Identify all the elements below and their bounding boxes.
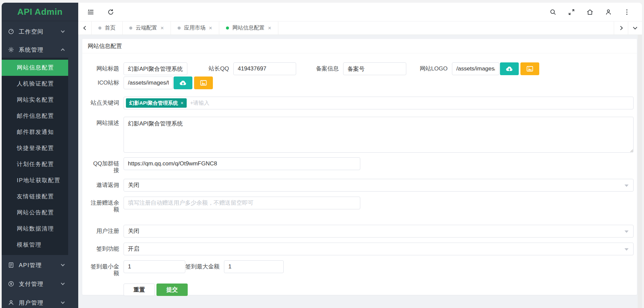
more-icon[interactable]: [623, 8, 631, 16]
document-icon: [8, 262, 14, 268]
content-area: 网站信息配置 网站标题 站长QQ 备案信息 网站LOGO: [78, 35, 642, 308]
home-icon[interactable]: [586, 8, 594, 16]
description-label: 网站描述: [89, 117, 119, 126]
sidebar-item-ip-config[interactable]: IP地址获取配置: [2, 172, 68, 189]
tab-dot-active: [226, 27, 229, 30]
sidebar-submenu-system: 网站信息配置 人机验证配置 网站实名配置 邮件信息配置 邮件群发通知 快捷登录配…: [2, 58, 68, 255]
page-title: 网站信息配置: [82, 39, 637, 53]
sidebar-item-label: 系统管理: [19, 46, 61, 54]
chevron-down-icon: [61, 300, 64, 304]
close-icon[interactable]: ×: [209, 25, 212, 31]
tag-close-icon[interactable]: ×: [181, 100, 183, 106]
logo-preview-button[interactable]: [520, 62, 539, 75]
form-actions: 重置 提交: [124, 284, 637, 296]
tabs-scroll-right-button[interactable]: [614, 21, 628, 35]
site-info-form: 网站标题 站长QQ 备案信息 网站LOGO: [82, 53, 637, 296]
ico-upload-button[interactable]: [174, 76, 192, 89]
user-icon[interactable]: [605, 8, 612, 16]
tab-label: 网站信息配置: [232, 24, 265, 32]
description-textarea[interactable]: 幻影API聚合管理系统: [124, 117, 634, 153]
sign-max-input[interactable]: [224, 260, 284, 273]
user-register-select[interactable]: 关闭: [124, 225, 634, 238]
keywords-input[interactable]: 幻影API聚合管理系统 × +请输入: [124, 97, 634, 109]
sidebar-item-label: 用户管理: [19, 299, 61, 307]
sidebar-item-template-mgmt[interactable]: 模板管理: [2, 237, 68, 253]
sidebar-item-pay[interactable]: 支付管理: [2, 276, 68, 292]
keywords-label: 站点关键词: [89, 97, 119, 106]
sidebar-item-site-info-config[interactable]: 网站信息配置: [2, 60, 68, 76]
sidebar-item-mail-config[interactable]: 邮件信息配置: [2, 108, 68, 124]
logo-upload-button[interactable]: [500, 62, 519, 75]
collapse-menu-icon[interactable]: [87, 8, 94, 16]
qq-label: 站长QQ: [187, 62, 229, 72]
close-icon[interactable]: ×: [160, 25, 164, 31]
image-icon: [199, 79, 208, 87]
sign-in-label: 签到功能: [89, 243, 119, 252]
form-row-qq-group: QQ加群链接: [89, 157, 637, 174]
sidebar-item-system[interactable]: 系统管理: [2, 42, 68, 58]
caret-down-icon: [625, 248, 629, 251]
top-header: [78, 3, 642, 21]
sign-in-select[interactable]: 开启: [124, 243, 634, 255]
form-row-keywords: 站点关键词 幻影API聚合管理系统 × +请输入: [89, 97, 637, 109]
tab-label: 应用市场: [184, 24, 205, 32]
caret-down-icon: [625, 185, 629, 187]
beian-input[interactable]: [343, 62, 406, 75]
app-logo: API Admin: [2, 3, 78, 21]
refresh-icon[interactable]: [107, 8, 114, 16]
site-title-input[interactable]: [124, 62, 187, 75]
upload-cloud-icon: [179, 79, 187, 87]
chevron-up-icon: [61, 48, 64, 52]
chevron-down-icon: [61, 29, 64, 33]
tab-dot: [98, 27, 101, 30]
qq-group-label: QQ加群链接: [89, 157, 119, 174]
sidebar-item-captcha-config[interactable]: 人机验证配置: [2, 76, 68, 92]
sidebar-item-data-cleanup[interactable]: 网站数据清理: [2, 221, 68, 237]
form-row-sign-amounts: 签到最小金额 签到最大金额: [89, 260, 637, 277]
scrollbar[interactable]: [638, 35, 642, 308]
invite-rebate-label: 邀请返佣: [89, 179, 119, 189]
tab-label: 云端配置: [136, 24, 157, 32]
ico-label: ICO站标: [89, 76, 119, 86]
sidebar-item-realname-config[interactable]: 网站实名配置: [2, 92, 68, 108]
sidebar-item-quick-login[interactable]: 快捷登录配置: [2, 140, 68, 156]
sidebar-item-friend-links[interactable]: 友情链接配置: [2, 189, 68, 205]
chevron-left-icon: [83, 26, 88, 30]
header-left-actions: [87, 8, 114, 16]
tabs-scroll-left-button[interactable]: [78, 21, 92, 35]
select-value: 开启: [128, 246, 139, 252]
upload-cloud-icon: [505, 64, 514, 73]
form-row-ico: ICO站标: [89, 76, 637, 89]
form-row-sign-in: 签到功能 开启: [89, 243, 637, 255]
reset-button[interactable]: 重置: [124, 284, 155, 296]
search-icon[interactable]: [549, 8, 557, 16]
register-gift-input[interactable]: [124, 197, 360, 209]
form-row-invite-rebate: 邀请返佣 关闭: [89, 179, 637, 192]
sidebar-item-workspace[interactable]: 工作空间: [2, 23, 68, 40]
tabs-menu-button[interactable]: [628, 21, 642, 35]
screen: API Admin 工作空间: [0, 0, 644, 308]
dashboard-icon: [8, 28, 14, 35]
tab-home[interactable]: 首页: [92, 21, 123, 35]
close-icon[interactable]: ×: [268, 25, 271, 31]
caret-down-icon: [625, 230, 629, 233]
submit-button[interactable]: 提交: [156, 284, 188, 296]
sidebar-item-announcement[interactable]: 网站公告配置: [2, 205, 68, 221]
keyword-tag-text: 幻影API聚合管理系统: [129, 100, 178, 106]
sidebar-item-cron-config[interactable]: 计划任务配置: [2, 156, 68, 172]
ico-preview-button[interactable]: [194, 76, 213, 89]
sidebar-item-api[interactable]: API管理: [2, 257, 68, 273]
sidebar-item-mail-broadcast[interactable]: 邮件群发通知: [2, 124, 68, 140]
keyword-tag[interactable]: 幻影API聚合管理系统 ×: [126, 98, 187, 108]
fullscreen-icon[interactable]: [568, 8, 575, 16]
invite-rebate-select[interactable]: 关闭: [124, 179, 634, 192]
qq-group-input[interactable]: [124, 157, 360, 170]
tab-cloud-config[interactable]: 云端配置 ×: [123, 21, 171, 35]
qq-input[interactable]: [233, 62, 296, 75]
logo-input[interactable]: [452, 62, 499, 75]
ico-input[interactable]: [124, 76, 173, 89]
tab-site-info-config[interactable]: 网站信息配置 ×: [219, 21, 278, 35]
sidebar-item-user[interactable]: 用户管理: [2, 295, 68, 308]
tab-app-market[interactable]: 应用市场 ×: [171, 21, 219, 35]
sign-min-input[interactable]: [124, 260, 185, 273]
